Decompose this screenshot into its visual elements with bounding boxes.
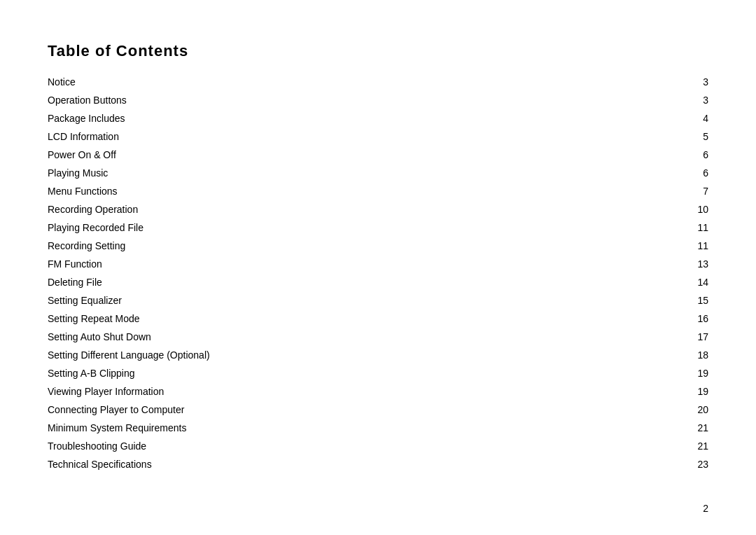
toc-row: Setting A-B Clipping19 [48,364,708,382]
toc-entry-label: Troubleshooting Guide [48,437,643,455]
toc-entry-page: 11 [643,218,708,237]
toc-entry-page: 4 [643,109,708,127]
toc-entry-label: Operation Buttons [48,91,643,109]
toc-table: Notice3Operation Buttons3Package Include… [48,73,708,473]
toc-row: Setting Repeat Mode16 [48,310,708,328]
toc-entry-label: Power On & Off [48,146,643,164]
toc-row: Setting Equalizer15 [48,291,708,310]
toc-entry-page: 15 [643,291,708,310]
toc-entry-label: Recording Operation [48,200,643,218]
toc-entry-page: 13 [643,255,708,273]
toc-entry-label: Menu Functions [48,182,643,200]
toc-entry-label: Playing Music [48,164,643,182]
toc-row: Technical Specifications23 [48,455,708,473]
toc-entry-page: 14 [643,273,708,291]
toc-entry-page: 10 [643,200,708,218]
toc-row: Troubleshooting Guide21 [48,437,708,455]
toc-entry-page: 21 [643,437,708,455]
toc-row: Menu Functions7 [48,182,708,200]
toc-entry-page: 6 [643,146,708,164]
toc-row: LCD Information5 [48,127,708,146]
toc-row: Playing Music6 [48,164,708,182]
toc-entry-label: Package Includes [48,109,643,127]
toc-entry-label: LCD Information [48,127,643,146]
toc-entry-page: 19 [643,382,708,401]
toc-entry-page: 5 [643,127,708,146]
toc-entry-page: 23 [643,455,708,473]
toc-entry-page: 6 [643,164,708,182]
toc-entry-page: 20 [643,401,708,419]
toc-row: Recording Setting11 [48,237,708,255]
toc-entry-label: Viewing Player Information [48,382,643,401]
toc-entry-page: 17 [643,328,708,346]
toc-entry-page: 3 [643,73,708,91]
toc-entry-label: FM Function [48,255,643,273]
toc-entry-label: Setting Auto Shut Down [48,328,643,346]
toc-row: Viewing Player Information19 [48,382,708,401]
toc-entry-label: Technical Specifications [48,455,643,473]
toc-entry-label: Setting Repeat Mode [48,310,643,328]
toc-entry-label: Deleting File [48,273,643,291]
toc-row: Minimum System Requirements21 [48,419,708,437]
toc-row: Setting Different Language (Optional)18 [48,346,708,364]
page: Table of Contents Notice3Operation Butto… [0,0,756,535]
toc-entry-label: Setting A-B Clipping [48,364,643,382]
toc-row: Setting Auto Shut Down17 [48,328,708,346]
toc-entry-label: Setting Different Language (Optional) [48,346,643,364]
toc-entry-page: 7 [643,182,708,200]
toc-entry-page: 11 [643,237,708,255]
toc-entry-label: Playing Recorded File [48,218,643,237]
toc-title: Table of Contents [48,42,708,60]
toc-entry-label: Setting Equalizer [48,291,643,310]
toc-entry-page: 18 [643,346,708,364]
toc-row: Deleting File14 [48,273,708,291]
toc-entry-label: Recording Setting [48,237,643,255]
toc-entry-page: 3 [643,91,708,109]
toc-entry-label: Notice [48,73,643,91]
page-number: 2 [703,503,708,514]
toc-entry-label: Minimum System Requirements [48,419,643,437]
toc-entry-page: 16 [643,310,708,328]
toc-row: Power On & Off6 [48,146,708,164]
toc-row: FM Function13 [48,255,708,273]
toc-entry-page: 21 [643,419,708,437]
toc-row: Package Includes4 [48,109,708,127]
toc-row: Recording Operation10 [48,200,708,218]
toc-row: Notice3 [48,73,708,91]
toc-row: Connecting Player to Computer20 [48,401,708,419]
toc-entry-label: Connecting Player to Computer [48,401,643,419]
toc-row: Operation Buttons3 [48,91,708,109]
toc-entry-page: 19 [643,364,708,382]
toc-row: Playing Recorded File11 [48,218,708,237]
